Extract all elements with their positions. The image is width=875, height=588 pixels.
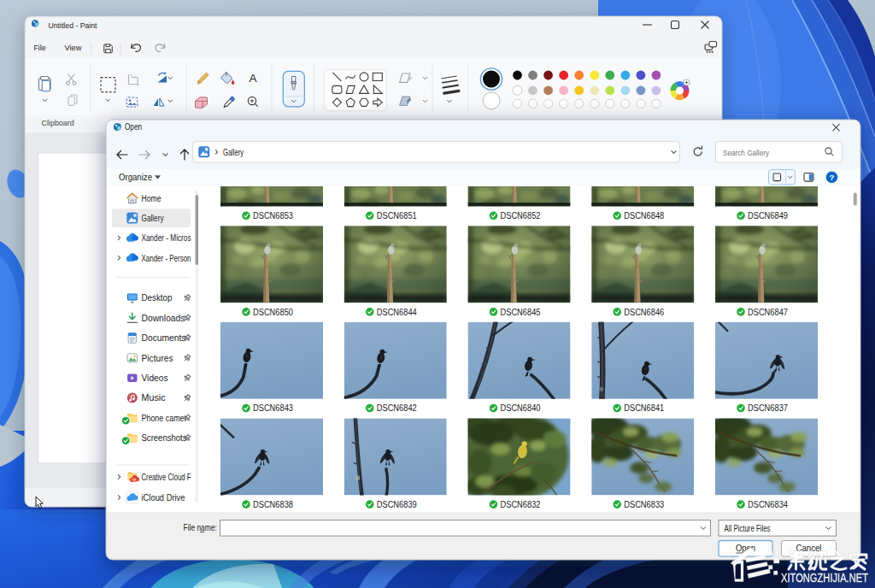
svg-text:Phone camer: Phone camer	[142, 414, 188, 423]
svg-text:DSCN6832: DSCN6832	[501, 500, 541, 509]
svg-text:Documents: Documents	[142, 333, 186, 343]
svg-text:DSCN6846: DSCN6846	[624, 308, 664, 317]
svg-text:Xander - Person: Xander - Person	[142, 254, 191, 263]
svg-text:DSCN6838: DSCN6838	[253, 500, 293, 509]
svg-text:File: File	[34, 43, 46, 52]
svg-text:DSCN6850: DSCN6850	[253, 308, 293, 317]
svg-text:DSCN6845: DSCN6845	[501, 308, 541, 317]
svg-text:DSCN6839: DSCN6839	[377, 500, 417, 509]
svg-text:XITONGZHIJIA.NET: XITONGZHIJIA.NET	[781, 571, 868, 585]
svg-text:Organize: Organize	[119, 173, 152, 182]
svg-text:?: ?	[830, 173, 835, 182]
svg-text:DSCN6844: DSCN6844	[377, 308, 417, 317]
svg-text:A: A	[249, 72, 256, 85]
svg-text:DSCN6837: DSCN6837	[748, 403, 788, 413]
svg-text:DSCN6833: DSCN6833	[624, 500, 664, 509]
svg-text:DSCN6848: DSCN6848	[624, 211, 664, 220]
svg-text:File name:: File name:	[184, 523, 217, 532]
svg-text:DSCN6834: DSCN6834	[748, 500, 788, 509]
svg-text:Open: Open	[125, 122, 142, 132]
svg-text:Music: Music	[142, 393, 166, 403]
svg-text:Untitled - Paint: Untitled - Paint	[49, 21, 97, 30]
svg-text:DSCN6851: DSCN6851	[377, 211, 417, 220]
svg-text:View: View	[65, 43, 83, 52]
svg-text:DSCN6847: DSCN6847	[748, 308, 788, 317]
svg-text:Videos: Videos	[142, 373, 168, 383]
svg-text:DSCN6842: DSCN6842	[377, 403, 417, 413]
svg-text:Pictures: Pictures	[142, 354, 173, 363]
svg-text:Search Gallery: Search Gallery	[723, 148, 769, 157]
svg-text:DSCN6853: DSCN6853	[253, 211, 293, 220]
svg-text:Creative Cloud F: Creative Cloud F	[142, 473, 191, 482]
svg-text:All Picture Files: All Picture Files	[725, 524, 771, 533]
svg-text:Clipboard: Clipboard	[42, 118, 74, 127]
svg-text:Downloads: Downloads	[142, 314, 185, 323]
svg-text:DSCN6849: DSCN6849	[748, 211, 788, 220]
svg-text:Xander - Micros: Xander - Micros	[142, 233, 191, 243]
svg-text:Desktop: Desktop	[142, 293, 173, 303]
svg-text:DSCN6841: DSCN6841	[624, 403, 664, 413]
svg-text:Home: Home	[142, 194, 161, 203]
svg-text:Screenshots: Screenshots	[142, 433, 187, 443]
svg-text:DSCN6852: DSCN6852	[501, 211, 541, 220]
svg-text:Gallery: Gallery	[223, 148, 244, 157]
svg-text:DSCN6843: DSCN6843	[253, 403, 293, 413]
svg-text:DSCN6840: DSCN6840	[501, 403, 541, 413]
svg-text:Gallery: Gallery	[142, 214, 164, 223]
svg-text:iCloud Drive: iCloud Drive	[142, 493, 185, 503]
